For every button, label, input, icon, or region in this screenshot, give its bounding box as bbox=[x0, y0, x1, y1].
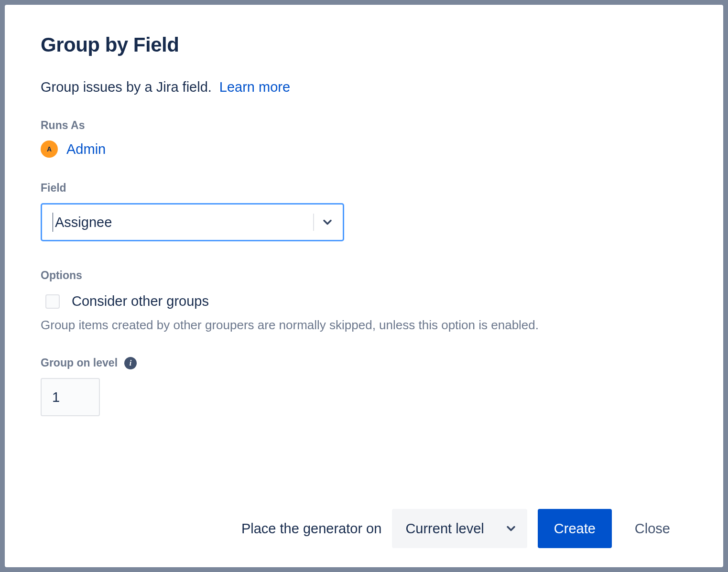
description-row: Group issues by a Jira field. Learn more bbox=[41, 79, 687, 95]
consider-other-groups-row: Consider other groups bbox=[41, 293, 687, 309]
runs-as-label: Runs As bbox=[41, 119, 687, 132]
field-select-divider bbox=[313, 214, 314, 231]
field-select[interactable] bbox=[41, 203, 344, 241]
generator-level-select[interactable]: Current level bbox=[392, 509, 527, 548]
close-button[interactable]: Close bbox=[622, 509, 683, 548]
dialog-title: Group by Field bbox=[41, 33, 687, 56]
consider-other-groups-help: Group items created by other groupers ar… bbox=[41, 318, 687, 333]
dialog-description: Group issues by a Jira field. bbox=[41, 79, 212, 95]
consider-other-groups-checkbox[interactable] bbox=[45, 294, 60, 309]
field-label: Field bbox=[41, 182, 687, 194]
runs-as-user-link[interactable]: Admin bbox=[66, 141, 106, 157]
learn-more-link[interactable]: Learn more bbox=[219, 79, 290, 95]
consider-other-groups-label: Consider other groups bbox=[72, 293, 209, 309]
info-icon[interactable]: i bbox=[124, 357, 137, 369]
chevron-down-icon bbox=[503, 521, 519, 536]
user-avatar[interactable]: A bbox=[41, 140, 58, 158]
chevron-down-icon[interactable] bbox=[320, 215, 335, 230]
create-button[interactable]: Create bbox=[538, 509, 612, 548]
group-on-level-label: Group on level bbox=[41, 356, 118, 369]
generator-level-value: Current level bbox=[405, 521, 484, 537]
options-label: Options bbox=[41, 269, 687, 282]
place-generator-text: Place the generator on bbox=[241, 521, 381, 537]
dialog-footer: Place the generator on Current level Cre… bbox=[41, 509, 687, 548]
group-on-level-input[interactable] bbox=[41, 378, 100, 416]
group-on-level-row: Group on level i bbox=[41, 356, 687, 369]
text-cursor bbox=[53, 213, 53, 232]
group-by-field-dialog: Group by Field Group issues by a Jira fi… bbox=[5, 5, 723, 567]
runs-as-row: A Admin bbox=[41, 140, 687, 158]
field-select-input[interactable] bbox=[55, 215, 309, 230]
